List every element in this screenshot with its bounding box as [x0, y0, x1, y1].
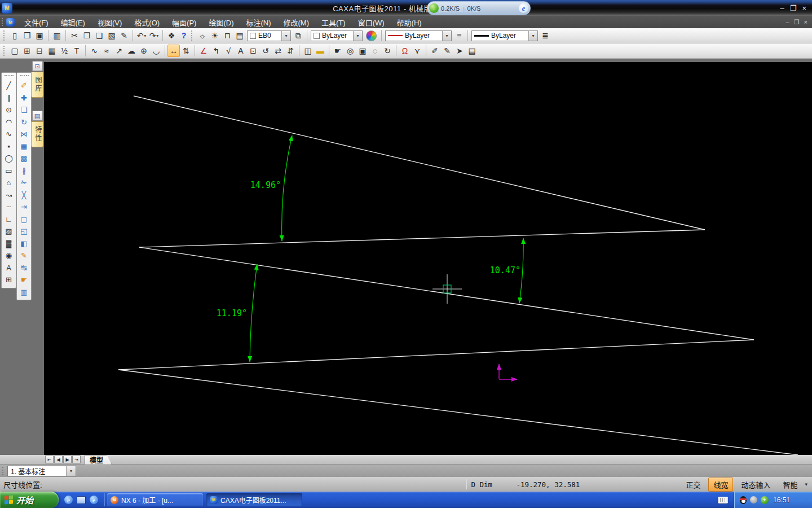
- balloon-number-button[interactable]: ½: [58, 45, 70, 57]
- ellipse-tool[interactable]: ◯: [3, 152, 15, 165]
- text-rotate-button[interactable]: ↺: [259, 45, 272, 57]
- dim-edit-button[interactable]: ⇵: [284, 45, 297, 57]
- paste-button[interactable]: ▧: [105, 29, 118, 42]
- input-method-keyboard-icon[interactable]: [718, 497, 728, 503]
- frame-settings-button[interactable]: ▢: [8, 45, 21, 57]
- point-tool[interactable]: ▪: [3, 141, 15, 153]
- scale-tool[interactable]: ◱: [18, 225, 30, 238]
- weld-symbol-button[interactable]: ◡: [150, 45, 162, 57]
- stretch-tool[interactable]: ▢: [18, 213, 30, 226]
- palette-tab-properties-icon[interactable]: ▤: [32, 111, 43, 121]
- object-snap-button[interactable]: Ω: [399, 45, 411, 57]
- dimension-mode-combo[interactable]: 1. 基本标注 ▾: [7, 466, 76, 476]
- toggle-2[interactable]: 动态输入: [736, 478, 775, 491]
- help-button[interactable]: ?: [178, 29, 190, 42]
- layer-settings-button[interactable]: ⧉: [292, 29, 304, 42]
- datum-button[interactable]: ⊕: [138, 45, 150, 57]
- lineweight-settings-button[interactable]: ≣: [539, 29, 551, 42]
- dimension-button[interactable]: ↔: [167, 45, 180, 57]
- menu-item-8[interactable]: 工具(T): [315, 16, 352, 29]
- offset-tool[interactable]: ∦: [18, 165, 30, 177]
- centerline-tool[interactable]: ┄: [3, 201, 15, 213]
- copy-button[interactable]: ❐: [81, 29, 93, 42]
- polygon-tool[interactable]: ⌂: [3, 177, 15, 189]
- last-sheet-button[interactable]: ⇥: [72, 456, 81, 463]
- qq-tray-icon[interactable]: [740, 496, 747, 504]
- grid-copy-tool[interactable]: ▩: [18, 152, 30, 165]
- volume-tray-icon[interactable]: [750, 496, 757, 503]
- zoom-all-button[interactable]: ↻: [381, 45, 394, 57]
- toolbar-grip[interactable]: [191, 30, 193, 41]
- palette-tab-library-label[interactable]: 图库: [31, 72, 43, 98]
- palette-tab-library[interactable]: ⊡图库: [31, 61, 43, 98]
- rotate-tool[interactable]: ↻: [18, 116, 30, 129]
- drawing-canvas[interactable]: 14.96°11.19°10.47°: [44, 62, 812, 455]
- angle-dimension-label[interactable]: 14.96°: [250, 180, 281, 190]
- toggle-0[interactable]: 正交: [681, 478, 705, 491]
- prev-sheet-button[interactable]: ◀: [54, 456, 63, 463]
- zoom-window-button[interactable]: ▣: [356, 45, 369, 57]
- new-button[interactable]: ▯: [8, 29, 21, 42]
- break-tool[interactable]: ╳: [18, 189, 30, 202]
- palette-tab-properties[interactable]: ▤特性: [31, 111, 43, 147]
- array-tool[interactable]: ▦: [18, 141, 30, 153]
- linetype-settings-button[interactable]: ≡: [453, 29, 465, 42]
- display-settings-button[interactable]: ◫: [302, 45, 314, 57]
- menu-item-6[interactable]: 标注(N): [240, 16, 277, 29]
- task-button-0[interactable]: NNX 6 - 加工 - [u...: [107, 493, 203, 506]
- cad-drawing[interactable]: 14.96°11.19°10.47°: [44, 62, 812, 455]
- chevron-down-icon[interactable]: ▾: [156, 33, 158, 38]
- table-tool[interactable]: ⊞: [3, 274, 15, 286]
- ie-quicklaunch-icon[interactable]: e: [64, 496, 73, 504]
- menu-item-9[interactable]: 窗口(W): [352, 16, 391, 29]
- datum-target-button[interactable]: A: [235, 45, 247, 57]
- maximize-button[interactable]: ❐: [790, 4, 797, 12]
- wavy-line-button[interactable]: ∿: [88, 45, 100, 57]
- polyline-tool[interactable]: ↝: [3, 189, 15, 202]
- parallel-line-tool[interactable]: ∥: [3, 92, 15, 104]
- chevron-down-icon[interactable]: ▾: [66, 466, 76, 476]
- point-style-button[interactable]: ➤: [453, 45, 466, 57]
- menu-item-2[interactable]: 视图(V): [91, 16, 128, 29]
- toggle-1[interactable]: 线宽: [708, 478, 733, 492]
- toggle-3[interactable]: 智能: [778, 478, 802, 491]
- toolbar-grip[interactable]: [3, 46, 6, 56]
- snap-settings-button[interactable]: ⋎: [411, 45, 423, 57]
- menu-item-10[interactable]: 帮助(H): [391, 16, 428, 29]
- ruler-button[interactable]: ▬: [314, 45, 326, 57]
- doc-restore-button[interactable]: ❐: [794, 19, 800, 26]
- tab-model[interactable]: 模型: [85, 455, 112, 465]
- color-combo[interactable]: ByLayer ▾: [311, 30, 363, 41]
- tolerance-button[interactable]: ⊡: [247, 45, 259, 57]
- start-button[interactable]: 开始: [0, 492, 59, 508]
- toolbox-grip[interactable]: [5, 75, 14, 77]
- palette-tab-library-icon[interactable]: ⊡: [32, 61, 43, 71]
- cut-button[interactable]: ✂: [68, 29, 81, 42]
- menubar-grip[interactable]: [2, 18, 4, 26]
- text-style-button[interactable]: ✎: [441, 45, 453, 57]
- chevron-down-icon[interactable]: ▾: [353, 31, 362, 41]
- first-sheet-button[interactable]: ⇤: [45, 456, 54, 463]
- toolbox-grip[interactable]: [20, 75, 29, 77]
- layer-lock-button[interactable]: ⊓: [221, 29, 233, 42]
- dim-stretch-tool[interactable]: ↹: [18, 262, 30, 274]
- chevron-down-icon[interactable]: ▾: [442, 31, 451, 41]
- format-brush-button[interactable]: ✎: [118, 29, 130, 42]
- section-tool[interactable]: ◉: [3, 249, 15, 262]
- minimize-button[interactable]: –: [780, 4, 784, 12]
- chevron-down-icon[interactable]: ▾: [144, 33, 146, 38]
- antivirus-tray-icon[interactable]: +: [761, 496, 769, 504]
- lineweight-combo[interactable]: ByLayer ▾: [471, 30, 538, 41]
- table-button[interactable]: ▦: [46, 45, 58, 57]
- palette-tab-properties-label[interactable]: 特性: [31, 121, 43, 147]
- angle-dimension-label[interactable]: 10.47°: [490, 265, 520, 275]
- chevron-down-icon[interactable]: ▾: [281, 31, 290, 41]
- rectangle-tool[interactable]: ▭: [3, 165, 15, 177]
- next-sheet-button[interactable]: ▶: [63, 456, 72, 463]
- check-button[interactable]: √: [222, 45, 235, 57]
- undo-button[interactable]: ↶▾: [135, 29, 148, 42]
- menu-item-5[interactable]: 绘图(D): [202, 16, 240, 29]
- menu-item-1[interactable]: 编辑(E): [55, 16, 91, 29]
- menu-item-0[interactable]: 文件(F): [18, 16, 55, 29]
- layer-on-off-button[interactable]: ☼: [196, 29, 209, 42]
